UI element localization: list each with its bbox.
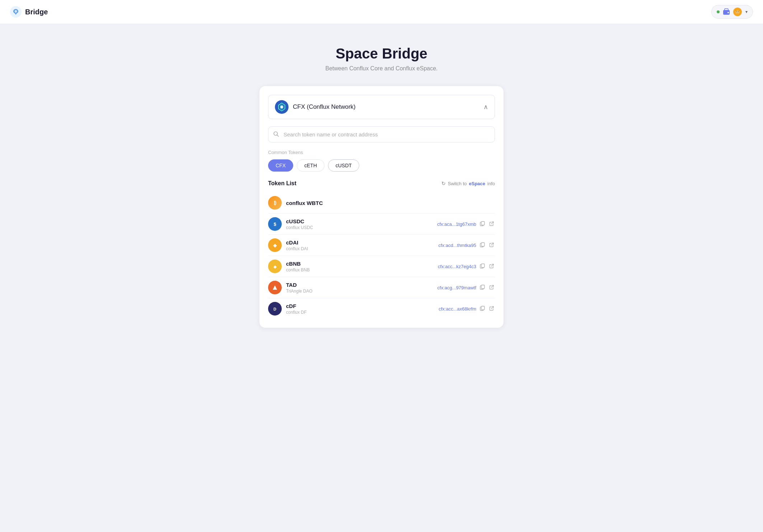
token-row-left-cdai: ◈ cDAI conflux DAI [268, 238, 308, 252]
svg-rect-18 [481, 243, 485, 246]
external-link-button-cbnb[interactable] [488, 263, 495, 270]
cdai-fullname: conflux DAI [286, 246, 308, 251]
cbnb-icon: ◆ [268, 260, 282, 273]
cdai-contract: cfx:acd...thmtka95 [439, 243, 477, 248]
svg-text:◆: ◆ [273, 265, 277, 269]
token-row-cbnb[interactable]: ◆ cBNB conflux BNB cfx:acc...kz7eg4c3 [268, 256, 495, 277]
token-row-right-cdai: cfx:acd...thmtka95 [439, 242, 495, 249]
cbnb-symbol: cBNB [286, 261, 310, 267]
token-row-wbtc[interactable]: ₿ conflux WBTC [268, 192, 495, 214]
token-row-tad[interactable]: TAD TriAngle DAO cfx:acg...979mawtf [268, 277, 495, 298]
token-row-right-tad: cfx:acg...979mawtf [437, 284, 495, 291]
header: Bridge ▾ [0, 0, 763, 24]
bridge-card: CFX (Conflux Network) ∧ Common Tokens CF… [259, 86, 504, 328]
tad-icon [268, 281, 282, 294]
refresh-icon: ↻ [441, 181, 446, 186]
svg-rect-22 [481, 264, 485, 267]
search-icon [273, 131, 279, 138]
cdai-info: cDAI conflux DAI [286, 239, 308, 251]
token-pills: CFX cETH cUSDT [268, 159, 495, 172]
cusdc-info: cUSDC conflux USDC [286, 218, 313, 230]
user-avatar [733, 8, 742, 16]
cdf-fullname: conflux DF [286, 310, 306, 315]
main-content: Space Bridge Between Conflux Core and Co… [0, 24, 763, 342]
copy-button-cusdc[interactable] [479, 220, 486, 228]
svg-rect-14 [481, 221, 485, 225]
cusdc-contract: cfx:aca...1tg67xmb [437, 221, 476, 227]
svg-point-8 [281, 106, 283, 108]
selected-token-name: CFX (Conflux Network) [293, 103, 356, 111]
token-row-right-cdf: cfx:acc...ax68krfm [439, 305, 495, 313]
wbtc-symbol: conflux WBTC [286, 200, 323, 206]
tad-fullname: TriAngle DAO [286, 289, 313, 294]
svg-rect-29 [481, 306, 485, 310]
svg-point-2 [727, 12, 729, 13]
token-row-right-cbnb: cfx:acc...kz7eg4c3 [438, 263, 495, 270]
chevron-up-icon: ∧ [483, 103, 488, 111]
external-link-button-cdf[interactable] [488, 305, 495, 313]
page-subtitle: Between Conflux Core and Conflux eSpace. [325, 65, 437, 72]
switch-label: Switch to [448, 181, 467, 186]
token-row-cusdc[interactable]: $ cUSDC conflux USDC cfx:aca...1tg67xmb [268, 214, 495, 235]
cdf-contract: cfx:acc...ax68krfm [439, 306, 476, 312]
wbtc-icon: ₿ [268, 196, 282, 210]
cusdc-fullname: conflux USDC [286, 225, 313, 230]
external-link-button-cdai[interactable] [488, 242, 495, 249]
copy-button-cdai[interactable] [479, 242, 486, 249]
wallet-icon [722, 8, 730, 16]
cusdc-symbol: cUSDC [286, 218, 313, 224]
page-title: Space Bridge [336, 46, 427, 62]
search-input[interactable] [268, 126, 495, 143]
token-row-left: $ cUSDC conflux USDC [268, 217, 313, 231]
token-row-left-tad: TAD TriAngle DAO [268, 281, 313, 294]
switch-suffix: info [487, 181, 495, 186]
search-container [268, 126, 495, 143]
pill-cusdt[interactable]: cUSDT [328, 159, 359, 172]
svg-rect-25 [481, 285, 485, 289]
copy-button-cdf[interactable] [479, 305, 486, 313]
token-row-left-cdf: D cDF conflux DF [268, 302, 306, 316]
cdai-symbol: cDAI [286, 239, 308, 246]
svg-text:$: $ [273, 221, 276, 227]
token-list-header: Token List ↻ Switch to eSpace info [268, 180, 495, 187]
tad-symbol: TAD [286, 282, 313, 288]
wbtc-info: conflux WBTC [286, 200, 323, 206]
chevron-down-icon: ▾ [745, 9, 748, 14]
cfx-logo-icon [275, 100, 289, 114]
pill-cfx[interactable]: CFX [268, 159, 293, 172]
external-link-button-tad[interactable] [488, 284, 495, 291]
cdai-icon: ◈ [268, 238, 282, 252]
tad-info: TAD TriAngle DAO [286, 282, 313, 294]
copy-button-cbnb[interactable] [479, 263, 486, 270]
cdf-info: cDF conflux DF [286, 303, 306, 315]
cbnb-fullname: conflux BNB [286, 267, 310, 272]
external-link-button-cusdc[interactable] [488, 220, 495, 228]
app-title: Bridge [25, 8, 48, 16]
token-row-right-cusdc: cfx:aca...1tg67xmb [437, 220, 495, 228]
svg-point-6 [738, 11, 739, 12]
switch-info[interactable]: ↻ Switch to eSpace info [441, 181, 495, 186]
wallet-button[interactable]: ▾ [711, 5, 753, 19]
cbnb-contract: cfx:acc...kz7eg4c3 [438, 264, 476, 269]
espace-link: eSpace [469, 181, 485, 186]
token-list-title: Token List [268, 180, 296, 187]
common-tokens-label: Common Tokens [268, 150, 495, 155]
copy-button-tad[interactable] [479, 284, 486, 291]
token-row-left-cbnb: ◆ cBNB conflux BNB [268, 260, 310, 273]
token-selector-left: CFX (Conflux Network) [275, 100, 356, 114]
svg-line-10 [277, 135, 278, 136]
svg-point-5 [736, 11, 737, 12]
logo-icon [10, 6, 22, 18]
svg-text:D: D [273, 307, 276, 311]
svg-text:◈: ◈ [273, 243, 277, 248]
token-selector[interactable]: CFX (Conflux Network) ∧ [268, 95, 495, 119]
pill-ceth[interactable]: cETH [297, 159, 324, 172]
tad-contract: cfx:acg...979mawtf [437, 285, 476, 290]
cdf-icon: D [268, 302, 282, 316]
cusdc-icon: $ [268, 217, 282, 231]
connection-status-dot [717, 10, 720, 13]
token-row-cdf[interactable]: D cDF conflux DF cfx:acc...ax68krfm [268, 298, 495, 319]
token-row-cdai[interactable]: ◈ cDAI conflux DAI cfx:acd...thmtka95 [268, 235, 495, 256]
cbnb-info: cBNB conflux BNB [286, 261, 310, 272]
logo-container: Bridge [10, 6, 48, 18]
